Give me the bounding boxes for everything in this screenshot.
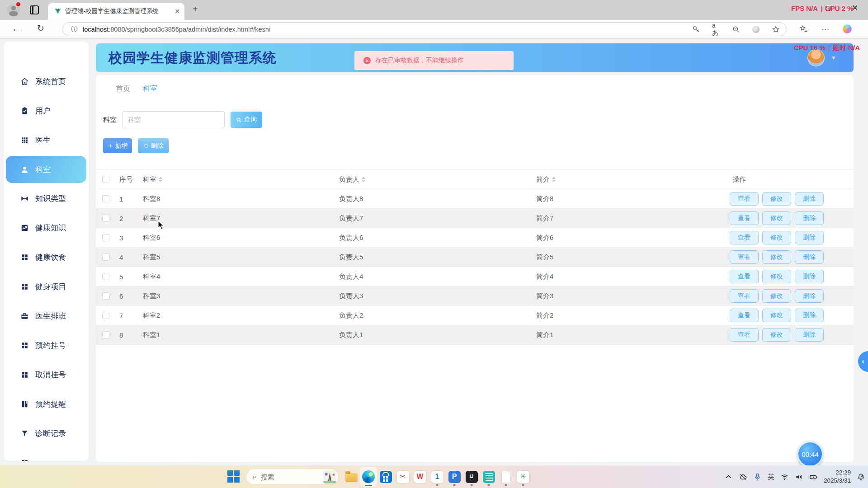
edit-button[interactable]: 修改 — [762, 289, 791, 303]
new-tab-button[interactable]: + — [193, 4, 198, 14]
clock-area[interactable]: 22:292025/3/31 — [824, 469, 851, 484]
delete-row-button[interactable]: 删除 — [795, 289, 824, 303]
view-button[interactable]: 查看 — [730, 211, 759, 225]
edge-logo-icon[interactable] — [752, 25, 760, 33]
taskbar-document-icon[interactable] — [497, 467, 514, 487]
refresh-icon[interactable]: ↻ — [37, 23, 44, 33]
sidebar-item-8[interactable]: 医生排班 — [4, 301, 89, 331]
row-checkbox[interactable] — [102, 331, 109, 338]
sidebar-item-11[interactable]: 预约提醒 — [4, 389, 89, 419]
search-input[interactable] — [122, 111, 225, 128]
sidebar-item-12[interactable]: 诊断记录 — [4, 419, 89, 448]
delete-row-button[interactable]: 删除 — [795, 250, 824, 264]
taskbar-scissors-icon[interactable]: ✂ — [394, 467, 411, 487]
edit-button[interactable]: 修改 — [762, 192, 791, 206]
browser-tab[interactable]: 管理端-校园学生健康监测管理系统 ✕ — [48, 3, 184, 20]
sidebar-item-6[interactable]: 健康饮食 — [4, 243, 89, 272]
query-button[interactable]: 查询 — [231, 112, 262, 128]
nav-tab-0[interactable]: 首页 — [116, 84, 130, 94]
view-button[interactable]: 查看 — [730, 270, 759, 283]
row-checkbox[interactable] — [102, 234, 109, 241]
translate-icon[interactable]: aあ — [712, 25, 720, 33]
timer-badge[interactable]: 00:44 — [797, 441, 823, 465]
taskbar-search[interactable]: ⌕ — [246, 469, 339, 485]
taskbar-file-explorer-icon[interactable] — [343, 467, 360, 487]
sort-icon[interactable] — [362, 177, 365, 182]
sidebar-item-0[interactable]: 系统首页 — [4, 67, 89, 96]
bell-sleep-icon[interactable] — [857, 473, 865, 481]
tab-close-icon[interactable]: ✕ — [175, 8, 180, 15]
star-icon[interactable] — [772, 25, 780, 33]
taskbar-number1-app-icon[interactable]: 1 — [429, 467, 446, 487]
nav-tab-1[interactable]: 科室 — [143, 84, 157, 94]
site-info-icon[interactable]: ⓘ — [71, 25, 77, 33]
chevron-up-icon[interactable] — [724, 473, 733, 481]
taskbar-notebook-icon[interactable] — [480, 467, 497, 487]
view-button[interactable]: 查看 — [730, 231, 759, 244]
key-icon[interactable] — [692, 25, 700, 33]
more-options-icon[interactable]: ⋯ — [821, 24, 830, 33]
sidebar-item-1[interactable]: 用户 — [4, 96, 89, 126]
zoom-out-icon[interactable] — [732, 25, 740, 33]
mic-icon[interactable] — [753, 473, 762, 481]
sidebar-item-3[interactable]: 科室 — [6, 156, 86, 183]
back-icon[interactable]: ← — [12, 23, 21, 34]
sidebar-item-5[interactable]: 健康知识 — [4, 213, 89, 243]
row-checkbox[interactable] — [102, 292, 109, 300]
copilot-icon[interactable] — [843, 24, 852, 33]
address-bar[interactable]: ⓘ localhost:8080/springboot3c3856pa/admi… — [62, 22, 787, 36]
taskbar-edge-icon[interactable] — [360, 467, 377, 487]
row-checkbox[interactable] — [102, 215, 109, 222]
taskbar-p-app-icon[interactable]: P — [446, 467, 463, 487]
start-button[interactable] — [227, 470, 240, 483]
delete-row-button[interactable]: 删除 — [795, 309, 824, 322]
taskbar-search-input[interactable] — [260, 473, 315, 481]
delete-row-button[interactable]: 删除 — [795, 231, 824, 244]
edit-button[interactable]: 修改 — [762, 328, 791, 342]
row-checkbox[interactable] — [102, 273, 109, 280]
sidebar-item-9[interactable]: 预约挂号 — [4, 331, 89, 360]
edit-button[interactable]: 修改 — [762, 270, 791, 283]
sort-icon[interactable] — [159, 177, 162, 182]
sort-icon[interactable] — [552, 177, 556, 182]
battery-charging-icon[interactable] — [809, 473, 818, 481]
row-checkbox[interactable] — [102, 253, 109, 261]
delete-button[interactable]: 删除 — [138, 138, 169, 153]
sidebar-item-4[interactable]: 知识类型 — [4, 184, 89, 213]
view-button[interactable]: 查看 — [730, 250, 759, 264]
clock[interactable]: 22:292025/3/31 — [824, 469, 851, 484]
row-checkbox[interactable] — [102, 312, 109, 319]
speaker-icon[interactable] — [795, 473, 803, 481]
view-button[interactable]: 查看 — [730, 309, 759, 322]
sidebar-item-7[interactable]: 健身项目 — [4, 272, 89, 301]
delete-row-button[interactable]: 删除 — [795, 270, 824, 283]
view-button[interactable]: 查看 — [730, 192, 759, 206]
row-checkbox[interactable] — [102, 195, 109, 202]
taskbar-wps-icon[interactable]: W — [411, 467, 429, 487]
edit-button[interactable]: 修改 — [762, 309, 791, 322]
edit-button[interactable]: 修改 — [762, 211, 791, 225]
row-operations: 查看修改删除 — [730, 250, 854, 264]
daily-image-icon[interactable] — [323, 470, 336, 483]
taskbar-intellij-icon[interactable]: IJ — [463, 467, 480, 487]
taskbar-flower-app-icon[interactable]: ✳ — [514, 467, 532, 487]
side-panel-handle[interactable]: ‹ — [858, 351, 868, 372]
sidebar-item-10[interactable]: 取消挂号 — [4, 360, 89, 389]
view-button[interactable]: 查看 — [730, 289, 759, 303]
select-all-checkbox[interactable] — [102, 176, 109, 183]
delete-row-button[interactable]: 删除 — [795, 192, 824, 206]
edit-button[interactable]: 修改 — [762, 231, 791, 244]
sidebar-item-2[interactable]: 医生 — [4, 126, 89, 155]
wifi-icon[interactable] — [780, 473, 789, 481]
cloud-off-icon[interactable] — [739, 473, 747, 481]
delete-row-button[interactable]: 删除 — [795, 211, 824, 225]
ime-indicator[interactable]: 英 — [768, 473, 774, 481]
delete-row-button[interactable]: 删除 — [795, 328, 824, 342]
taskbar-store-icon[interactable] — [377, 467, 394, 487]
favorites-list-icon[interactable] — [799, 24, 808, 33]
view-button[interactable]: 查看 — [730, 328, 759, 342]
sidebar-item-13[interactable] — [4, 448, 89, 461]
edit-button[interactable]: 修改 — [762, 250, 791, 264]
add-button[interactable]: 新增 — [103, 138, 132, 153]
tab-workspaces-icon[interactable] — [30, 5, 39, 14]
